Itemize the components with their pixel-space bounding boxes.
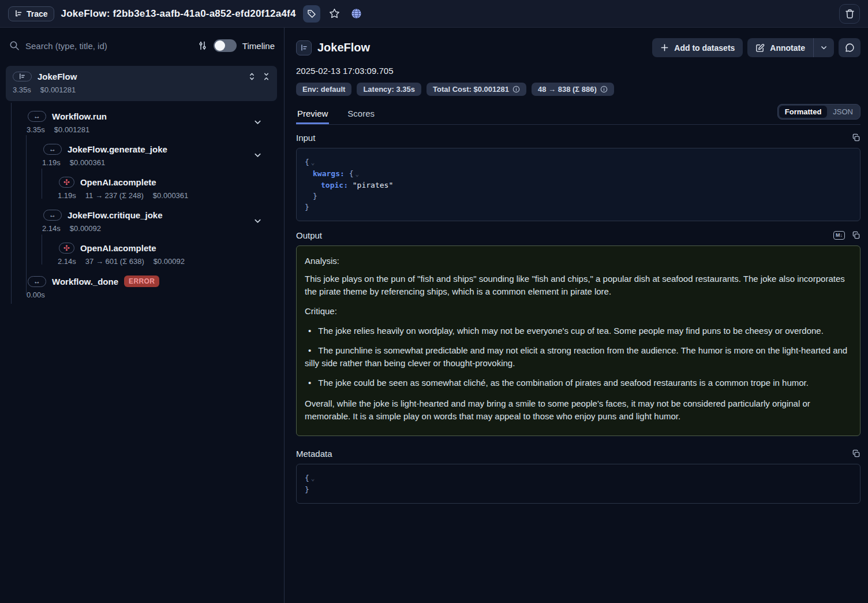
tree-node-generate-joke[interactable]: ↔ JokeFlow.generate_joke 1.19s $0.000361 — [0, 144, 284, 167]
tab-preview[interactable]: Preview — [296, 103, 329, 124]
format-formatted-option[interactable]: Formatted — [779, 106, 828, 118]
output-analysis-text: This joke plays on the pun of "fish and … — [305, 273, 852, 298]
copy-icon[interactable] — [852, 231, 860, 240]
input-section-label: Input — [296, 133, 315, 143]
node-cost: $0.00092 — [154, 257, 185, 266]
collapse-caret-icon[interactable] — [311, 475, 315, 482]
json-string-value: "pirates" — [353, 181, 393, 189]
tree-node-critique-joke[interactable]: ↔ JokeFlow.critique_joke 2.14s $0.00092 — [0, 210, 284, 233]
trace-title: JokeFlow — [317, 41, 370, 54]
trace-timestamp: 2025-02-13 17:03:09.705 — [296, 66, 860, 76]
annotate-pencil-icon — [755, 43, 765, 53]
tab-scores[interactable]: Scores — [346, 103, 376, 124]
trace-pill-icon — [13, 72, 32, 81]
filter-sliders-icon[interactable] — [197, 40, 208, 51]
tree-node-workflow-done[interactable]: ↔ Workflow._done ERROR 0.00s — [0, 276, 284, 299]
chevron-down-icon — [820, 44, 828, 51]
json-brace: } — [305, 203, 309, 211]
search-icon — [9, 40, 20, 51]
trace-badges: Env: default Latency: 3.35s Total Cost: … — [296, 83, 860, 96]
page-title: JokeFlow: f2bb3e13-aafb-41a0-a852-efd20f… — [61, 8, 296, 20]
trace-badge-label: Trace — [27, 9, 48, 18]
comment-bubble-icon — [845, 43, 855, 53]
chevron-down-icon[interactable] — [253, 217, 262, 225]
node-cost: $0.001281 — [54, 125, 89, 134]
delete-trace-button[interactable] — [839, 4, 860, 24]
chevron-down-icon[interactable] — [253, 151, 262, 159]
timeline-toggle-label: Timeline — [242, 41, 275, 51]
expand-all-icon[interactable] — [248, 72, 256, 81]
annotate-button[interactable]: Annotate — [747, 38, 813, 57]
tree-node-openai-acomplete-2[interactable]: ✣ OpenAI.acomplete 2.14s 37 → 601 (Σ 638… — [0, 243, 284, 266]
collapse-all-icon[interactable] — [263, 72, 270, 81]
add-to-datasets-label: Add to datasets — [674, 43, 735, 53]
copy-icon[interactable] — [852, 133, 860, 142]
input-section: Input { kwargs: { topic: "pirates" } } — [296, 133, 860, 221]
span-pill-icon: ↔ — [28, 111, 46, 122]
tree-node-label: Workflow._done — [52, 277, 118, 286]
output-section-label: Output — [296, 230, 322, 240]
metadata-json-viewer[interactable]: { } — [296, 464, 860, 504]
total-cost-label: Total Cost: $0.001281 — [433, 85, 509, 94]
input-json-viewer[interactable]: { kwargs: { topic: "pirates" } } — [296, 148, 860, 221]
node-duration: 1.19s — [58, 191, 76, 200]
node-duration: 3.35s — [27, 125, 45, 134]
span-pill-icon: ↔ — [43, 210, 62, 221]
output-bullet: The joke relies heavily on wordplay, whi… — [305, 325, 852, 337]
trace-type-badge: Trace — [8, 6, 54, 21]
comments-button[interactable] — [839, 38, 860, 57]
output-analysis-heading: Analysis: — [305, 255, 852, 267]
timeline-toggle[interactable] — [214, 39, 237, 52]
json-key: kwargs: — [313, 169, 345, 178]
tree-node-label: OpenAI.acomplete — [80, 243, 156, 253]
env-badge-label: Env: default — [302, 85, 345, 94]
json-brace: { — [305, 158, 309, 166]
tokens-badge: 48 → 838 (Σ 886) — [532, 83, 614, 96]
annotate-dropdown-button[interactable] — [813, 38, 834, 57]
tree-node-jokeflow-root[interactable]: JokeFlow — [6, 66, 277, 101]
copy-icon[interactable] — [852, 449, 860, 458]
json-brace: } — [305, 485, 309, 494]
format-toggle: Formatted JSON — [777, 104, 860, 120]
json-brace: { — [305, 474, 309, 482]
node-cost: $0.00092 — [70, 224, 101, 233]
search-input[interactable] — [25, 41, 192, 51]
globe-icon — [351, 8, 362, 19]
collapse-caret-icon[interactable] — [355, 170, 359, 178]
tree-node-workflow-run[interactable]: ↔ Workflow.run 3.35s $0.001281 — [0, 111, 284, 134]
node-duration: 2.14s — [58, 257, 76, 266]
error-status-badge: ERROR — [124, 276, 159, 287]
json-brace: } — [313, 192, 317, 200]
node-duration: 2.14s — [42, 224, 61, 233]
tree-node-openai-acomplete-1[interactable]: ✣ OpenAI.acomplete 1.19s 11 → 237 (Σ 248… — [0, 177, 284, 200]
tree-node-label: OpenAI.acomplete — [80, 177, 156, 187]
trash-icon — [845, 9, 855, 19]
tokens-badge-label: 48 → 838 (Σ 886) — [538, 85, 597, 94]
tree-node-label: JokeFlow.critique_joke — [68, 210, 163, 220]
toggle-knob — [215, 40, 225, 51]
public-button[interactable] — [349, 6, 364, 21]
format-json-option[interactable]: JSON — [827, 106, 859, 118]
node-duration: 1.19s — [42, 158, 61, 167]
collapse-caret-icon[interactable] — [311, 159, 315, 166]
markdown-toggle-icon[interactable]: M↓ — [833, 231, 845, 240]
top-bar: Trace JokeFlow: f2bb3e13-aafb-41a0-a852-… — [0, 0, 868, 28]
chevron-down-icon[interactable] — [253, 118, 262, 126]
annotate-label: Annotate — [770, 43, 805, 53]
list-tree-icon — [14, 10, 23, 18]
tree-node-label: Workflow.run — [52, 111, 107, 121]
star-button[interactable] — [327, 6, 342, 21]
generation-pill-icon: ✣ — [59, 177, 74, 188]
output-content: Analysis: This joke plays on the pun of … — [296, 245, 860, 436]
metadata-section-label: Metadata — [296, 449, 332, 459]
output-bullet: The joke could be seen as somewhat clich… — [305, 377, 852, 389]
node-duration: 3.35s — [13, 85, 31, 94]
json-key: topic: — [321, 181, 348, 189]
node-cost: $0.000361 — [153, 191, 188, 200]
output-bullet: The punchline is somewhat predictable an… — [305, 344, 852, 370]
node-cost: $0.001281 — [40, 85, 76, 94]
trace-tree: JokeFlow — [0, 66, 284, 299]
add-to-datasets-button[interactable]: Add to datasets — [652, 38, 743, 57]
metadata-section: Metadata { } — [296, 449, 860, 504]
tag-button[interactable] — [303, 5, 320, 23]
